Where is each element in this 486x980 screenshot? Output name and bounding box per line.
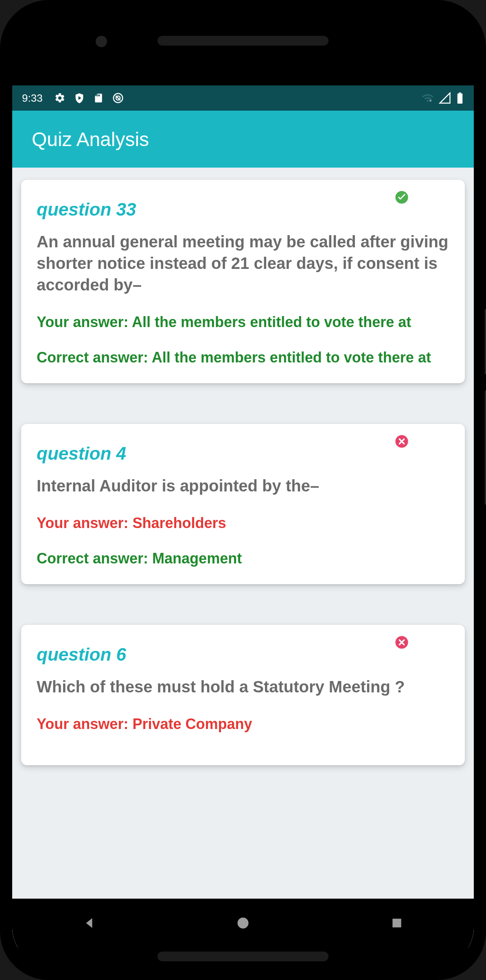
question-text: An annual general meeting may be called … [37, 231, 449, 295]
status-right: × [422, 92, 464, 104]
phone-frame: 9:33 × [0, 0, 486, 980]
correct-answer: Correct answer: Management [37, 549, 449, 569]
play-shield-icon [74, 92, 85, 104]
settings-icon [54, 92, 66, 104]
correct-answer: Correct answer: All the members entitled… [37, 348, 449, 368]
battery-icon [456, 92, 464, 104]
svg-text:×: × [429, 98, 432, 103]
svg-rect-3 [458, 94, 463, 104]
question-label: question 33 [37, 199, 449, 220]
phone-bezel: 9:33 × [12, 12, 474, 968]
your-answer: Your answer: Shareholders [37, 513, 449, 533]
question-text: Which of these must hold a Statutory Mee… [37, 676, 449, 698]
your-answer: Your answer: Private Company [37, 714, 449, 734]
wifi-off-icon: × [422, 92, 434, 104]
content-scroll[interactable]: question 33 An annual general meeting ma… [12, 168, 474, 947]
camera-dot [96, 36, 107, 47]
x-circle-icon [395, 434, 409, 448]
question-label: question 6 [37, 644, 449, 665]
speaker-top [158, 36, 328, 46]
signal-icon [439, 92, 451, 104]
status-bar: 9:33 × [12, 85, 474, 111]
home-button[interactable] [235, 915, 251, 931]
status-left: 9:33 [22, 92, 124, 105]
question-card: question 6 Which of these must hold a St… [21, 625, 465, 765]
check-circle-icon [395, 190, 409, 204]
recents-button[interactable] [389, 915, 405, 931]
svg-point-8 [238, 918, 249, 929]
question-card: question 4 Internal Auditor is appointed… [21, 424, 465, 584]
speaker-bottom [158, 952, 328, 961]
back-button[interactable] [81, 915, 97, 931]
x-circle-icon [395, 635, 409, 649]
status-time: 9:33 [22, 92, 43, 105]
question-text: Internal Auditor is appointed by the– [37, 475, 449, 497]
sd-card-icon [93, 93, 104, 103]
app-bar: Quiz Analysis [12, 111, 474, 168]
question-label: question 4 [37, 443, 449, 464]
question-card: question 33 An annual general meeting ma… [21, 180, 465, 383]
screen: 9:33 × [12, 85, 474, 947]
circle-icon [112, 92, 124, 104]
svg-rect-4 [459, 92, 461, 94]
svg-rect-9 [392, 919, 401, 927]
nav-bar [12, 899, 474, 947]
your-answer: Your answer: All the members entitled to… [37, 312, 449, 332]
app-title: Quiz Analysis [32, 128, 149, 151]
